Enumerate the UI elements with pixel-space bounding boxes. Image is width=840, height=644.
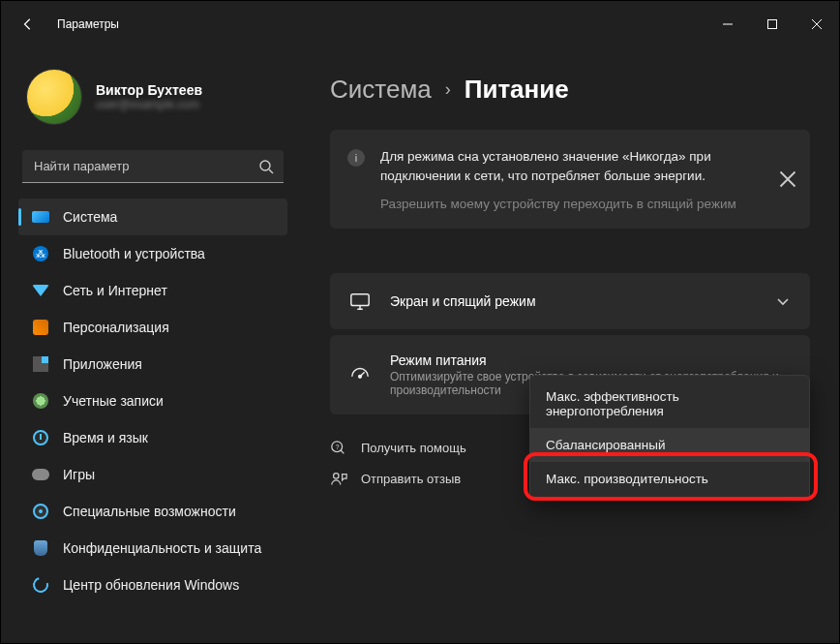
- profile-email: user@example.com: [96, 98, 202, 111]
- sidebar-item-label: Приложения: [63, 356, 142, 372]
- sidebar-item-personalization[interactable]: Персонализация: [18, 309, 287, 346]
- sidebar-item-label: Персонализация: [63, 320, 169, 335]
- avatar: [26, 69, 82, 125]
- sidebar-item-accessibility[interactable]: Специальные возможности: [18, 493, 287, 530]
- apps-icon: [32, 355, 49, 373]
- sidebar-item-label: Игры: [63, 467, 95, 482]
- page-title: Питание: [465, 75, 569, 105]
- display-icon: [32, 208, 49, 226]
- nav-list: Система ⁂Bluetooth и устройства Сеть и И…: [18, 199, 301, 603]
- svg-point-1: [260, 161, 270, 170]
- back-button[interactable]: [20, 16, 36, 32]
- sidebar-item-bluetooth[interactable]: ⁂Bluetooth и устройства: [18, 235, 287, 272]
- sidebar-item-label: Центр обновления Windows: [63, 577, 239, 593]
- feedback-icon: [330, 471, 347, 488]
- info-action-link[interactable]: Разрешить моему устройству переходить в …: [380, 197, 764, 211]
- shield-icon: [32, 539, 49, 557]
- clock-icon: [32, 429, 49, 446]
- gamepad-icon: [32, 466, 49, 483]
- search-wrap: [22, 150, 284, 183]
- sidebar-item-network[interactable]: Сеть и Интернет: [18, 272, 287, 309]
- link-label: Отправить отзыв: [361, 472, 461, 486]
- search-input[interactable]: [22, 150, 284, 183]
- info-icon: i: [347, 149, 365, 167]
- brush-icon: [32, 319, 49, 336]
- svg-rect-2: [351, 293, 369, 305]
- profile-name: Виктор Бухтеев: [96, 82, 202, 98]
- sidebar-item-label: Конфиденциальность и защита: [63, 540, 261, 556]
- content-area: Система › Питание i Для режима сна устан…: [301, 47, 839, 643]
- help-icon: ?: [330, 440, 347, 457]
- sidebar-item-label: Система: [63, 209, 117, 225]
- window-title: Параметры: [57, 17, 119, 31]
- sidebar-item-apps[interactable]: Приложения: [18, 346, 287, 383]
- breadcrumb: Система › Питание: [330, 75, 810, 105]
- sidebar-item-label: Время и язык: [63, 430, 148, 445]
- sidebar-item-gaming[interactable]: Игры: [18, 456, 287, 493]
- profile-block[interactable]: Виктор Бухтеев user@example.com: [18, 55, 301, 144]
- sidebar-item-label: Учетные записи: [63, 393, 164, 409]
- maximize-button[interactable]: [750, 9, 795, 40]
- dropdown-option[interactable]: Сбалансированный: [530, 428, 809, 462]
- svg-point-3: [359, 375, 362, 378]
- card-title: Экран и спящий режим: [390, 293, 756, 309]
- sidebar-item-accounts[interactable]: Учетные записи: [18, 383, 287, 419]
- wifi-icon: [32, 282, 49, 299]
- search-icon: [258, 159, 274, 174]
- power-mode-dropdown: Макс. эффективность энергопотребления Сб…: [529, 375, 810, 501]
- update-icon: [32, 576, 49, 594]
- person-icon: [32, 392, 49, 410]
- info-banner: i Для режима сна установлено значение «Н…: [330, 130, 810, 229]
- accessibility-icon: [32, 503, 49, 520]
- screen-sleep-card[interactable]: Экран и спящий режим: [330, 273, 810, 329]
- sidebar-item-label: Сеть и Интернет: [63, 283, 167, 298]
- screen-icon: [349, 291, 371, 312]
- dropdown-option[interactable]: Макс. производительность: [530, 462, 809, 496]
- settings-window: Параметры Виктор Бухтеев user@example.co…: [0, 0, 840, 644]
- gauge-icon: [349, 364, 371, 385]
- sidebar-item-privacy[interactable]: Конфиденциальность и защита: [18, 530, 287, 567]
- card-title: Режим питания: [390, 353, 791, 368]
- sidebar: Виктор Бухтеев user@example.com Система …: [1, 47, 301, 643]
- svg-rect-0: [768, 20, 777, 29]
- bluetooth-icon: ⁂: [32, 245, 49, 262]
- svg-text:?: ?: [335, 442, 339, 450]
- close-button[interactable]: [795, 9, 839, 40]
- sidebar-item-update[interactable]: Центр обновления Windows: [18, 567, 287, 603]
- dropdown-option[interactable]: Макс. эффективность энергопотребления: [530, 380, 809, 428]
- minimize-button[interactable]: [705, 9, 750, 40]
- chevron-down-icon: [775, 293, 791, 309]
- sidebar-item-label: Специальные возможности: [63, 504, 236, 519]
- banner-close-button[interactable]: [779, 170, 796, 188]
- svg-point-6: [334, 473, 339, 477]
- chevron-right-icon: ›: [445, 79, 451, 100]
- window-controls: [705, 9, 839, 40]
- link-label: Получить помощь: [361, 441, 466, 455]
- sidebar-item-time[interactable]: Время и язык: [18, 419, 287, 456]
- sidebar-item-label: Bluetooth и устройства: [63, 246, 205, 261]
- titlebar: Параметры: [1, 1, 839, 47]
- sidebar-item-system[interactable]: Система: [18, 199, 287, 235]
- info-text: Для режима сна установлено значение «Ник…: [380, 147, 764, 187]
- breadcrumb-parent[interactable]: Система: [330, 75, 432, 105]
